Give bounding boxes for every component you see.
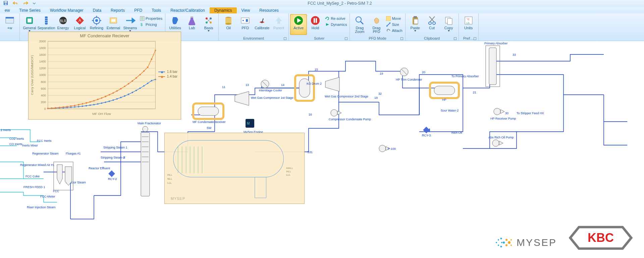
- menu-tab-ew[interactable]: ew: [0, 7, 14, 13]
- svg-point-259: [500, 238, 502, 240]
- ribbon-move-button[interactable]: Move: [385, 15, 404, 22]
- ribbon--w-button[interactable]: +w: [1, 14, 18, 35]
- ribbon-size-button[interactable]: Size: [385, 22, 404, 28]
- window-title: FCC Unit_MySep_2 - Petro-SIM 7.2: [36, 1, 644, 6]
- svg-rect-52: [386, 16, 391, 21]
- svg-rect-40: [246, 19, 248, 22]
- refining-icon: [91, 15, 102, 26]
- ribbon-paste-button[interactable]: Paste: [407, 14, 424, 35]
- svg-point-261: [503, 242, 505, 244]
- svg-rect-64: [447, 18, 452, 25]
- ribbon-basis-button[interactable]: Basis: [200, 14, 217, 35]
- redo-icon[interactable]: [23, 1, 28, 6]
- svg-text:0: 0: [44, 107, 46, 111]
- svg-text:Fluegas #1: Fluegas #1: [66, 152, 81, 155]
- ribbon-lab-button[interactable]: Lab: [183, 14, 200, 35]
- hold-icon: [310, 15, 321, 26]
- svg-text:Reactor Effluent: Reactor Effluent: [89, 167, 110, 170]
- svg-point-258: [498, 245, 499, 246]
- svg-text:SW: SW: [207, 126, 212, 130]
- svg-text:15: 15: [315, 68, 318, 71]
- ribbon-properties-button[interactable]: Properties: [139, 15, 164, 22]
- svg-line-53: [387, 23, 390, 26]
- ribbon-drag-zoom-button[interactable]: DragZoom: [351, 14, 368, 35]
- ribbon-units-button[interactable]: °CLbUnits: [460, 14, 477, 35]
- svg-text:2000: 2000: [39, 40, 46, 43]
- qat-dropdown-icon[interactable]: [33, 1, 36, 5]
- svg-text:HP Receiver Pump: HP Receiver Pump: [490, 117, 516, 120]
- svg-rect-108: [423, 127, 430, 133]
- svg-rect-47: [316, 18, 317, 23]
- svg-rect-58: [414, 19, 418, 24]
- svg-text:Sour Water-2: Sour Water-2: [441, 109, 459, 112]
- ribbon-drag-pfd-button[interactable]: DragPFD: [368, 14, 385, 35]
- svg-point-59: [429, 22, 431, 25]
- svg-point-75: [143, 126, 148, 132]
- menu-tab-view[interactable]: View: [237, 7, 255, 13]
- svg-text:Wet Gas Compressor 2nd Stage: Wet Gas Compressor 2nd Stage: [325, 95, 368, 98]
- svg-rect-46: [314, 18, 315, 23]
- svg-point-260: [500, 246, 502, 248]
- svg-text:Riser Injection Steam: Riser Injection Steam: [27, 206, 56, 209]
- pricing-icon: $: [140, 22, 145, 27]
- svg-marker-112: [499, 141, 503, 145]
- menu-tab-pfd[interactable]: PFD: [129, 7, 147, 13]
- ribbon-attach-button[interactable]: Attach: [385, 28, 404, 34]
- svg-text:8: 8: [123, 156, 125, 159]
- lab-icon: [186, 15, 197, 26]
- svg-line-51: [361, 22, 363, 24]
- separation-icon: [41, 15, 52, 26]
- ribbon-calibrate-button[interactable]: Calibrate: [254, 14, 270, 35]
- ribbon-pricing-button[interactable]: $Pricing: [139, 22, 164, 28]
- svg-point-16: [95, 19, 98, 22]
- svg-line-62: [429, 16, 434, 22]
- menu-tabs: ewTime SeriesWorkflow ManagerDataReports…: [0, 7, 644, 13]
- menu-tab-data[interactable]: Data: [88, 7, 106, 13]
- svg-text:Regenerator Steam: Regenerator Steam: [32, 152, 59, 155]
- ribbon-hold-button[interactable]: Hold: [307, 14, 324, 35]
- svg-point-262: [501, 242, 502, 243]
- menu-tab-tools[interactable]: Tools: [147, 7, 166, 13]
- ribbon-active-button[interactable]: Active: [290, 14, 307, 35]
- menu-tab-resources[interactable]: Resources: [255, 7, 283, 13]
- paste-icon: [410, 15, 421, 26]
- svg-point-45: [311, 16, 320, 25]
- ribbon-pfd-button[interactable]: PFD: [237, 14, 254, 35]
- svg-text:MF Condensate receiver: MF Condensate receiver: [193, 120, 226, 124]
- svg-text:Rich Oil: Rich Oil: [451, 131, 462, 134]
- svg-marker-90: [337, 111, 341, 115]
- chart-legend: 1.6 bar 1.4 bar: [158, 69, 177, 79]
- save-icon[interactable]: [3, 1, 8, 6]
- undo-icon[interactable]: [13, 1, 18, 6]
- menu-tab-time-series[interactable]: Time Series: [14, 7, 45, 13]
- menu-tab-reports[interactable]: Reports: [106, 7, 129, 13]
- ribbon-cut-button[interactable]: Cut: [424, 14, 440, 35]
- pfd-icon: [240, 15, 251, 26]
- svg-text:KBC: KBC: [588, 231, 614, 245]
- ribbon-oil-button[interactable]: Oil: [220, 14, 237, 35]
- svg-rect-38: [241, 18, 249, 23]
- lbl-main-fractionator: Main Fractionator: [138, 122, 161, 125]
- -w-icon: [4, 15, 15, 26]
- svg-text:M: M: [247, 122, 250, 125]
- svg-text:19: 19: [380, 72, 383, 75]
- svg-rect-57: [414, 16, 417, 18]
- svg-rect-125: [108, 170, 115, 177]
- menu-tab-reactor-calibration[interactable]: Reactor/Calibration: [166, 7, 210, 13]
- kbc-logo: KBC: [569, 224, 633, 251]
- svg-point-267: [511, 245, 512, 246]
- svg-text:1200: 1200: [39, 67, 46, 70]
- ribbon-re-solve-button[interactable]: Re-solve: [324, 15, 348, 22]
- attach-icon: [386, 28, 391, 33]
- ribbon-parent-button[interactable]: Parent: [270, 14, 287, 35]
- svg-point-256: [496, 242, 497, 243]
- svg-rect-96: [434, 86, 455, 95]
- svg-text:RCY-2: RCY-2: [108, 177, 117, 181]
- ribbon-copy-button[interactable]: Copy: [440, 14, 457, 35]
- svg-text:800: 800: [41, 80, 46, 84]
- svg-rect-2: [5, 3, 7, 5]
- svg-text:HLL: HLL: [286, 170, 291, 173]
- menu-tab-dynamics[interactable]: Dynamics: [210, 7, 237, 13]
- ribbon-dynamics-button[interactable]: Dynamics: [324, 22, 348, 28]
- menu-tab-workflow-manager[interactable]: Workflow Manager: [45, 7, 88, 13]
